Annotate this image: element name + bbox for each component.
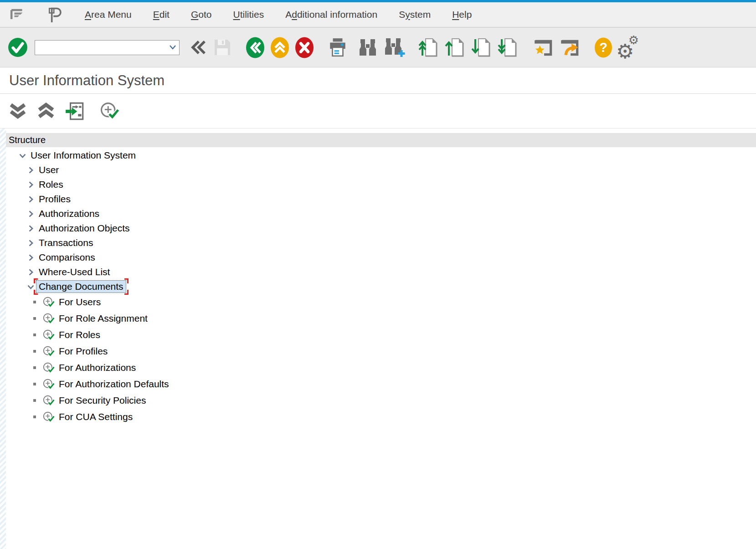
chevron-right-icon[interactable]: [25, 166, 36, 174]
execute-icon[interactable]: [42, 313, 55, 325]
menu-item-additional-information[interactable]: Additional information: [285, 9, 377, 20]
tree-item-for-profiles[interactable]: For Profiles: [6, 343, 756, 359]
chevron-right-icon[interactable]: [25, 210, 36, 218]
left-stripe-margin: [0, 128, 6, 549]
menu-item-utilities[interactable]: Utilities: [233, 9, 264, 20]
tree-header: Structure: [6, 133, 756, 147]
tree-item-roles[interactable]: Roles: [6, 177, 756, 192]
command-field-dropdown-icon[interactable]: [169, 44, 177, 53]
chevron-right-icon[interactable]: [25, 239, 36, 247]
tree-item-label[interactable]: For Role Assignment: [59, 313, 148, 324]
leaf-bullet-icon: [33, 366, 41, 369]
execute-icon[interactable]: [42, 345, 55, 358]
tree-item-label[interactable]: For CUA Settings: [59, 411, 133, 422]
tree-item-user-information-system[interactable]: User Information System: [6, 148, 756, 163]
tree-item-for-role-assignment[interactable]: For Role Assignment: [6, 310, 756, 327]
tree-item-label[interactable]: For Roles: [59, 329, 100, 340]
first-page-button[interactable]: [418, 37, 440, 58]
execute-node-button[interactable]: [99, 101, 119, 121]
tree: User Information SystemUserRolesProfiles…: [6, 148, 756, 425]
tree-item-for-roles[interactable]: For Roles: [6, 327, 756, 343]
system-menu-icon[interactable]: [6, 5, 26, 24]
tree-item-label[interactable]: User: [39, 164, 59, 175]
customize-layout-button[interactable]: ⚙ ⚙: [616, 36, 638, 59]
tree-item-label[interactable]: For Authorizations: [59, 362, 136, 373]
tree-item-for-authorizations[interactable]: For Authorizations: [6, 359, 756, 376]
last-page-button[interactable]: [498, 37, 519, 58]
tree-item-label[interactable]: User Information System: [31, 150, 136, 161]
tree-item-for-security-policies[interactable]: For Security Policies: [6, 392, 756, 409]
find-next-button[interactable]: [383, 36, 406, 58]
tree-panel: Structure User Information SystemUserRol…: [6, 128, 756, 549]
expand-all-button[interactable]: [8, 102, 27, 121]
menu-item-area-menu[interactable]: Area Menu: [85, 9, 132, 20]
chevron-right-icon[interactable]: [25, 180, 36, 189]
save-button[interactable]: [212, 37, 232, 57]
print-button[interactable]: [327, 37, 348, 58]
execute-icon[interactable]: [42, 378, 55, 390]
tree-item-label[interactable]: Authorizations: [39, 208, 99, 219]
svg-text:?: ?: [599, 40, 607, 54]
menu-item-help[interactable]: Help: [452, 9, 472, 20]
tree-item-for-authorization-defaults[interactable]: For Authorization Defaults: [6, 376, 756, 392]
chevron-right-icon[interactable]: [25, 268, 36, 277]
new-session-button[interactable]: [559, 36, 581, 58]
tree-item-for-users[interactable]: For Users: [6, 294, 756, 310]
menu-item-system[interactable]: System: [399, 9, 431, 20]
tree-item-where-used-list[interactable]: Where-Used List: [6, 265, 756, 279]
menu-item-edit[interactable]: Edit: [153, 9, 170, 20]
execute-icon[interactable]: [42, 296, 55, 308]
menu-item-goto[interactable]: Goto: [191, 9, 212, 20]
chevron-right-icon[interactable]: [25, 195, 36, 204]
exit-button[interactable]: [270, 36, 290, 59]
execute-icon[interactable]: [42, 395, 55, 407]
selection-corner: [124, 278, 129, 283]
tree-item-label[interactable]: Roles: [39, 179, 63, 190]
tree-item-label[interactable]: Where-Used List: [39, 267, 110, 277]
tree-item-label[interactable]: Comparisons: [39, 252, 95, 263]
tree-item-authorization-objects[interactable]: Authorization Objects: [6, 221, 756, 236]
sap-logo-icon[interactable]: [46, 5, 64, 25]
command-field[interactable]: [35, 40, 180, 55]
application-toolbar: [0, 94, 756, 128]
tree-item-change-documents[interactable]: Change Documents: [6, 279, 756, 294]
execute-icon[interactable]: [42, 411, 55, 423]
collapse-all-button[interactable]: [36, 102, 56, 121]
tree-item-label[interactable]: For Security Policies: [59, 395, 146, 406]
tree-item-label[interactable]: Transactions: [39, 237, 93, 248]
tree-item-transactions[interactable]: Transactions: [6, 236, 756, 250]
content-area: Structure User Information SystemUserRol…: [0, 128, 756, 549]
tree-item-label[interactable]: Change Documents: [39, 281, 123, 292]
tree-item-authorizations[interactable]: Authorizations: [6, 206, 756, 221]
enter-button[interactable]: [7, 37, 28, 58]
tree-item-label[interactable]: For Users: [59, 297, 101, 308]
tree-item-profiles[interactable]: Profiles: [6, 192, 756, 206]
tree-item-label[interactable]: For Authorization Defaults: [59, 379, 169, 390]
cancel-button[interactable]: [294, 36, 314, 59]
leaf-bullet-icon: [33, 301, 41, 303]
tree-item-for-cua-settings[interactable]: For CUA Settings: [6, 409, 756, 425]
previous-page-button[interactable]: [445, 37, 467, 58]
position-button[interactable]: [65, 101, 86, 122]
back-button[interactable]: [245, 36, 265, 59]
leaf-bullet-icon: [33, 416, 41, 418]
tree-item-comparisons[interactable]: Comparisons: [6, 250, 756, 265]
chevron-right-icon[interactable]: [25, 253, 36, 262]
chevron-down-icon[interactable]: [17, 151, 28, 160]
tree-item-label[interactable]: Profiles: [39, 194, 71, 205]
selected-node-highlight[interactable]: Change Documents: [36, 280, 126, 293]
menu-bar: Area MenuEditGotoUtilitiesAdditional inf…: [0, 2, 756, 28]
tree-item-user[interactable]: User: [6, 163, 756, 177]
help-button[interactable]: ?: [593, 36, 613, 59]
tree-item-label[interactable]: For Profiles: [59, 346, 108, 357]
next-page-button[interactable]: [471, 37, 493, 58]
tree-item-label[interactable]: Authorization Objects: [39, 223, 130, 234]
selection-corner: [34, 278, 38, 283]
leaf-bullet-icon: [33, 350, 41, 353]
chevron-right-icon[interactable]: [25, 224, 36, 233]
execute-icon[interactable]: [42, 362, 55, 374]
execute-icon[interactable]: [42, 329, 55, 341]
find-button[interactable]: [357, 37, 378, 57]
create-shortcut-button[interactable]: [532, 36, 554, 58]
collapse-command-field-button[interactable]: [190, 37, 208, 57]
